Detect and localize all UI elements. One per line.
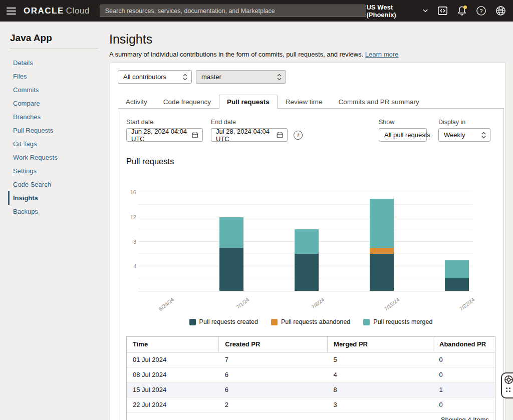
sidebar-item-details[interactable]: Details (8, 56, 98, 70)
tab-commits-and-pr-summary[interactable]: Commits and PR summary (330, 95, 427, 109)
notification-badge (463, 6, 467, 9)
display-in-select[interactable]: Weekly (438, 128, 490, 142)
bar-segment[interactable] (219, 217, 243, 248)
oracle-cloud-logo[interactable]: ORACLECloud (24, 6, 90, 16)
sidebar-item-code-search[interactable]: Code Search (8, 178, 98, 191)
top-bar: ORACLECloud Search resources, services, … (0, 0, 513, 22)
tab-content: Start date Jun 28, 2024 04:04 UTC End da… (118, 108, 504, 420)
tab-review-time[interactable]: Review time (278, 95, 331, 109)
column-header: Time (127, 337, 219, 352)
page-description: A summary of individual contributions in… (109, 51, 363, 58)
stepper-icon (277, 74, 282, 81)
sidebar-item-backups[interactable]: Backups (8, 205, 98, 218)
sidebar-item-files[interactable]: Files (8, 70, 98, 83)
table-cell: 6 (219, 367, 328, 382)
sidebar-item-compare[interactable]: Compare (8, 97, 98, 110)
table-cell: 01 Jul 2024 (127, 352, 219, 367)
show-label: Show (379, 119, 427, 126)
sidebar-item-git-tags[interactable]: Git Tags (8, 137, 98, 151)
stepper-icon (183, 74, 187, 81)
chart-title: Pull requests (126, 157, 495, 166)
end-date-label: End date (211, 119, 288, 126)
table-cell: 2 (219, 397, 328, 412)
table-body: 01 Jul 202475008 Jul 202464015 Jul 20246… (127, 352, 495, 412)
column-header: Abandoned PR (433, 337, 495, 352)
bar-segment[interactable] (370, 248, 394, 254)
y-axis-tick: 12 (124, 214, 136, 220)
table-cell: 4 (328, 367, 433, 382)
show-value: All pull requests (384, 131, 430, 139)
x-axis-tick: 7/22/24 (458, 296, 475, 312)
start-date-label: Start date (126, 119, 203, 126)
contributors-select[interactable]: All contributors (118, 70, 192, 84)
cloud-shell-icon[interactable] (437, 6, 448, 17)
table-cell: 1 (433, 382, 495, 397)
sidebar-item-work-requests[interactable]: Work Requests (8, 151, 98, 164)
main-content: Insights A summary of individual contrib… (105, 22, 513, 420)
table-footer: Showing 4 Items (127, 412, 495, 420)
table-cell: 8 (328, 382, 433, 397)
help-icon[interactable]: ? (476, 6, 486, 17)
legend-item: Pull requests created (189, 318, 258, 325)
sidebar-item-commits[interactable]: Commits (8, 83, 98, 97)
region-label: US West (Phoenix) (366, 4, 420, 19)
globe-language-icon[interactable] (495, 6, 506, 17)
bar-segment[interactable] (445, 278, 469, 291)
bar-segment[interactable] (295, 229, 319, 254)
sidebar-item-insights[interactable]: Insights (8, 191, 98, 205)
sidebar-nav: DetailsFilesCommitsCompareBranchesPull R… (8, 56, 98, 218)
table-cell: 7 (219, 352, 328, 367)
tab-pull-requests[interactable]: Pull requests (219, 95, 278, 109)
start-date-input[interactable]: Jun 28, 2024 04:04 UTC (126, 128, 203, 142)
table-row[interactable]: 22 Jul 2024230 (127, 397, 495, 412)
menu-icon[interactable] (4, 4, 19, 19)
y-axis-tick: 8 (124, 239, 136, 245)
show-select[interactable]: All pull requests (379, 128, 427, 142)
sidebar-item-branches[interactable]: Branches (8, 110, 98, 124)
brand-cloud: Cloud (66, 6, 90, 16)
table-cell: 3 (328, 397, 433, 412)
bar-segment[interactable] (370, 254, 394, 291)
pull-requests-chart: 481216 6/24/247/1/247/8/247/15/247/22/24 (126, 189, 495, 314)
support-widget[interactable] (501, 372, 513, 398)
region-selector[interactable]: US West (Phoenix) (366, 4, 428, 19)
table-cell: 22 Jul 2024 (127, 397, 219, 412)
display-in-label: Display in (438, 119, 490, 126)
search-placeholder: Search resources, services, documentatio… (105, 8, 275, 15)
chart-legend: Pull requests createdPull requests aband… (126, 318, 495, 325)
chevron-down-icon (423, 9, 428, 13)
bar-segment[interactable] (219, 248, 243, 291)
sidebar-item-pull-requests[interactable]: Pull Requests (8, 124, 98, 137)
start-date-value: Jun 28, 2024 04:04 UTC (131, 128, 192, 143)
table-row[interactable]: 08 Jul 2024640 (127, 367, 495, 382)
tab-code-frequency[interactable]: Code frequency (155, 95, 219, 109)
branch-select[interactable]: master (196, 70, 286, 84)
x-axis-tick: 6/24/24 (157, 296, 175, 312)
table-row[interactable]: 15 Jul 2024681 (127, 382, 495, 397)
x-axis-tick: 7/8/24 (310, 296, 325, 310)
svg-text:?: ? (480, 8, 483, 14)
bar-segment[interactable] (295, 254, 319, 291)
sidebar-item-settings[interactable]: Settings (8, 164, 98, 178)
drag-handle-icon (506, 387, 513, 392)
table-cell: 6 (219, 382, 328, 397)
legend-swatch (189, 319, 196, 325)
chart-x-axis: 6/24/247/1/247/8/247/15/247/22/24 (138, 291, 472, 314)
stepper-icon (481, 132, 486, 139)
insights-panel: All contributors master ActivityCode fre… (109, 63, 505, 420)
learn-more-link[interactable]: Learn more (365, 51, 398, 58)
bar-segment[interactable] (370, 199, 394, 248)
table-cell: 0 (433, 367, 495, 382)
info-icon[interactable]: i (294, 131, 303, 140)
search-input[interactable]: Search resources, services, documentatio… (100, 5, 367, 17)
tab-activity[interactable]: Activity (118, 95, 155, 109)
notifications-bell-icon[interactable] (457, 6, 467, 17)
table-cell: 5 (328, 352, 433, 367)
table-row[interactable]: 01 Jul 2024750 (127, 352, 495, 367)
bar-segment[interactable] (445, 260, 469, 279)
end-date-input[interactable]: Jul 28, 2024 04:04 UTC (211, 128, 288, 142)
table-cell: 15 Jul 2024 (127, 382, 219, 397)
legend-swatch (363, 319, 370, 325)
legend-item: Pull requests merged (363, 318, 432, 325)
sidebar: Java App DetailsFilesCommitsCompareBranc… (0, 22, 105, 420)
